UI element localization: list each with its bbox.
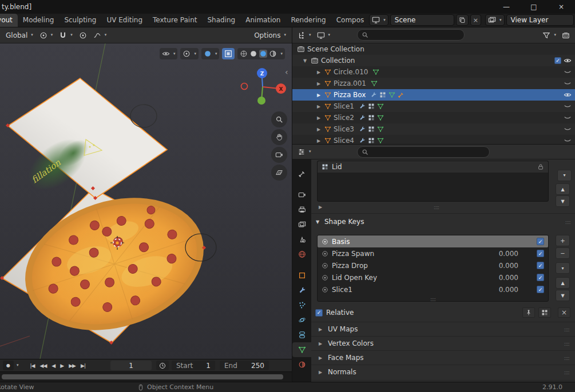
shape-key-value[interactable]: 0.000 (485, 262, 518, 270)
use-preview-range-button[interactable] (156, 361, 169, 370)
shape-keys-panel-header[interactable]: ▼ Shape Keys :::: (314, 215, 570, 228)
move-up-button[interactable]: ▲ (556, 277, 570, 289)
expand-arrow-icon[interactable]: ▶ (315, 104, 322, 109)
play-reverse-button[interactable]: ◀ (49, 363, 57, 369)
collapsed-panel-arrow-icon[interactable]: ▶ (317, 205, 324, 210)
gizmos-dropdown[interactable]: ▾ (180, 48, 199, 59)
prev-keyframe-button[interactable]: ◀◀ (37, 363, 49, 369)
solid-shading-icon[interactable] (249, 50, 257, 58)
tab-modifiers[interactable] (292, 283, 311, 298)
panel-expand-icon[interactable]: ▶ (317, 355, 324, 361)
item-name[interactable]: Pizza.001 (334, 79, 366, 87)
timeline-scrollbar[interactable] (2, 374, 283, 379)
move-up-button[interactable]: ▲ (556, 183, 570, 195)
shape-key-checkbox[interactable]: ✓ (537, 238, 544, 245)
next-keyframe-button[interactable]: ▶▶ (66, 363, 78, 369)
panel-expand-icon[interactable]: ▼ (314, 219, 321, 225)
outliner-row-pizza-001[interactable]: ▶ Pizza.001 (292, 78, 575, 89)
vertex-group-row[interactable]: Lid (318, 161, 548, 173)
view-layer-selector[interactable]: View Layer (506, 14, 574, 26)
visibility-eye-icon[interactable] (564, 57, 572, 65)
tab-shading[interactable]: Shading (202, 14, 240, 27)
expand-arrow-icon[interactable]: ▶ (315, 138, 322, 143)
shape-key-row-lid-open-key[interactable]: Lid Open Key 0.000 ✓ (318, 271, 548, 283)
shape-key-name[interactable]: Basis (332, 238, 482, 246)
play-button[interactable]: ▶ (58, 363, 66, 369)
modifier-wrench-icon[interactable] (359, 126, 366, 133)
panel-drag-grip[interactable]: :::: (565, 219, 570, 225)
shape-key-name[interactable]: Slice1 (332, 286, 482, 294)
move-down-button[interactable]: ▼ (556, 290, 570, 301)
vertex-group-icon[interactable] (379, 91, 386, 98)
panel-expand-icon[interactable]: ▶ (317, 370, 324, 375)
item-name[interactable]: Circle.010 (334, 68, 368, 76)
chevron-down-icon[interactable]: ▾ (17, 363, 19, 367)
lock-icon[interactable] (537, 163, 544, 170)
editor-type-dropdown[interactable]: ▾ (296, 30, 313, 41)
panel-drag-grip[interactable]: :::: (564, 326, 569, 333)
tab-object-data[interactable] (292, 342, 311, 357)
current-frame-field[interactable]: 1 (110, 361, 152, 370)
tab-view-layer[interactable] (292, 217, 311, 232)
pivot-point-dropdown[interactable]: ▾ (38, 30, 55, 41)
vertex-group-icon[interactable] (368, 126, 375, 133)
shape-key-row-slice1[interactable]: Slice1 0.000 ✓ (318, 283, 548, 295)
tab-uv-editing[interactable]: UV Editing (101, 14, 148, 27)
tab-rendering[interactable]: Rendering (285, 14, 331, 27)
rendered-shading-icon[interactable] (269, 50, 277, 58)
mesh-data-icon[interactable] (377, 114, 384, 121)
shape-key-name[interactable]: Pizza Drop (332, 262, 482, 270)
shape-key-checkbox[interactable]: ✓ (537, 274, 544, 281)
filter-dropdown[interactable]: ▾ (541, 30, 558, 41)
edit-mode-display-button[interactable] (538, 307, 551, 318)
list-resize-grip[interactable]: :::: (430, 296, 435, 302)
list-resize-grip[interactable]: :::: (434, 204, 439, 210)
modifier-wrench-icon[interactable] (359, 114, 366, 121)
overlays-dropdown[interactable]: ▾ (201, 48, 220, 59)
vertex-group-icon[interactable] (368, 114, 375, 121)
item-name[interactable]: Slice4 (334, 137, 354, 144)
tab-compositing[interactable]: Compos (331, 14, 370, 27)
outliner-row-slice3[interactable]: ▶ Slice3 (292, 123, 575, 135)
expand-arrow-icon[interactable]: ▶ (315, 81, 322, 86)
panel-drag-grip[interactable]: :::: (564, 369, 569, 375)
mesh-data-icon[interactable] (377, 103, 384, 110)
outliner-row-slice2[interactable]: ▶ Slice2 (292, 112, 575, 123)
panel-vertex-colors[interactable]: ▶ Vertex Colors :::: (311, 336, 575, 350)
item-name[interactable]: Slice2 (334, 114, 354, 122)
outliner-row-collection[interactable]: ▼ Collection ✓ (292, 55, 575, 66)
vertex-group-icon[interactable] (368, 103, 375, 110)
item-name[interactable]: Slice3 (334, 125, 354, 133)
panel-expand-icon[interactable]: ▶ (317, 341, 324, 346)
mesh-data-icon[interactable] (388, 91, 395, 98)
properties-search-input[interactable] (357, 146, 490, 158)
maximize-button[interactable]: □ (520, 0, 548, 14)
auto-keying-button[interactable]: ● (3, 361, 14, 370)
panel-uv-maps[interactable]: ▶ UV Maps :::: (311, 322, 575, 336)
visibility-eye-icon[interactable] (564, 91, 572, 99)
transform-orientation-dropdown[interactable]: Global ▾ (4, 30, 35, 41)
vertex-group-name[interactable]: Lid (332, 163, 342, 171)
item-name[interactable]: Scene Collection (307, 45, 364, 53)
panel-expand-icon[interactable]: ▶ (317, 327, 324, 332)
scene-browse-dropdown[interactable]: ▾ (369, 14, 388, 26)
display-mode-dropdown[interactable]: ▾ (315, 30, 332, 41)
closed-eye-icon[interactable] (564, 68, 572, 76)
remove-shape-key-button[interactable]: − (556, 247, 570, 259)
mesh-data-icon[interactable] (371, 80, 378, 87)
tab-output[interactable] (292, 202, 311, 217)
shape-key-value[interactable]: 0.000 (485, 250, 518, 258)
panel-face-maps[interactable]: ▶ Face Maps :::: (311, 350, 575, 365)
vertex-group-icon[interactable] (368, 137, 375, 144)
orthographic-toggle-button[interactable] (271, 165, 287, 181)
expand-arrow-icon[interactable]: ▼ (302, 58, 308, 63)
modifier-wrench-icon[interactable] (370, 91, 377, 98)
vertex-group-specials-menu[interactable]: ▾ (557, 170, 572, 181)
tab-sculpting[interactable]: Sculpting (59, 14, 101, 27)
wireframe-shading-icon[interactable] (240, 50, 248, 58)
viewport-3d[interactable]: fillation (0, 43, 292, 359)
shape-key-row-pizza-spawn[interactable]: Pizza Spawn 0.000 ✓ (318, 247, 548, 259)
outliner-row-slice4[interactable]: ▶ Slice4 (292, 135, 575, 144)
outliner-search-input[interactable] (357, 29, 465, 41)
collection-checkbox[interactable]: ✓ (554, 57, 561, 64)
